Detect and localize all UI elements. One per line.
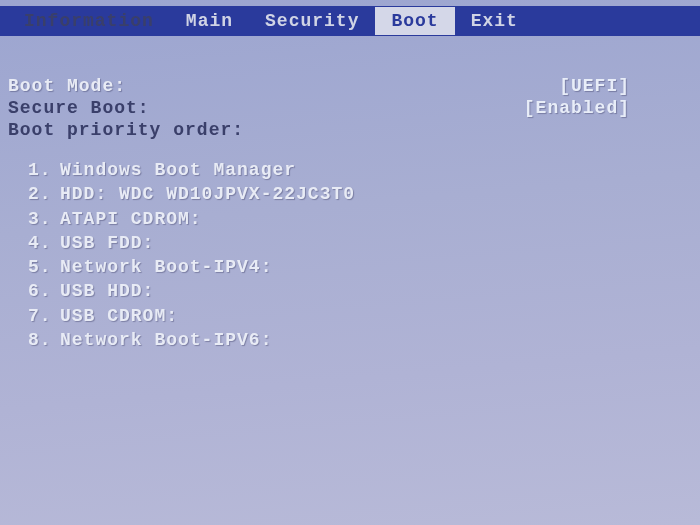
boot-text: Network Boot-IPV4:	[60, 257, 272, 277]
boot-mode-value: [UEFI]	[559, 76, 630, 96]
setting-secure-boot[interactable]: Secure Boot: [Enabled]	[8, 98, 680, 118]
boot-order-list: 1.Windows Boot Manager 2.HDD: WDC WD10JP…	[8, 158, 680, 352]
tab-main[interactable]: Main	[170, 7, 249, 35]
boot-num: 4.	[28, 231, 60, 255]
boot-item-7[interactable]: 7.USB CDROM:	[28, 304, 680, 328]
boot-item-2[interactable]: 2.HDD: WDC WD10JPVX-22JC3T0	[28, 182, 680, 206]
boot-item-5[interactable]: 5.Network Boot-IPV4:	[28, 255, 680, 279]
boot-item-4[interactable]: 4.USB FDD:	[28, 231, 680, 255]
boot-num: 2.	[28, 182, 60, 206]
tab-exit[interactable]: Exit	[455, 7, 534, 35]
boot-num: 8.	[28, 328, 60, 352]
boot-text: USB HDD:	[60, 281, 154, 301]
tab-information[interactable]: Information	[8, 7, 170, 35]
boot-item-6[interactable]: 6.USB HDD:	[28, 279, 680, 303]
boot-text: USB CDROM:	[60, 306, 178, 326]
boot-item-1[interactable]: 1.Windows Boot Manager	[28, 158, 680, 182]
secure-boot-value: [Enabled]	[524, 98, 630, 118]
boot-text: HDD: WDC WD10JPVX-22JC3T0	[60, 184, 355, 204]
boot-priority-label: Boot priority order:	[8, 120, 680, 140]
bios-menubar: Information Main Security Boot Exit	[0, 6, 700, 36]
tab-boot[interactable]: Boot	[375, 7, 454, 35]
secure-boot-label: Secure Boot:	[8, 98, 150, 118]
bios-content: Boot Mode: [UEFI] Secure Boot: [Enabled]…	[0, 36, 700, 372]
bios-screen: Information Main Security Boot Exit Boot…	[0, 0, 700, 525]
boot-num: 3.	[28, 207, 60, 231]
boot-mode-label: Boot Mode:	[8, 76, 126, 96]
boot-num: 5.	[28, 255, 60, 279]
setting-boot-mode[interactable]: Boot Mode: [UEFI]	[8, 76, 680, 96]
boot-text: USB FDD:	[60, 233, 154, 253]
boot-text: Network Boot-IPV6:	[60, 330, 272, 350]
boot-num: 7.	[28, 304, 60, 328]
boot-text: ATAPI CDROM:	[60, 209, 202, 229]
boot-item-8[interactable]: 8.Network Boot-IPV6:	[28, 328, 680, 352]
tab-security[interactable]: Security	[249, 7, 375, 35]
boot-item-3[interactable]: 3.ATAPI CDROM:	[28, 207, 680, 231]
boot-num: 6.	[28, 279, 60, 303]
boot-text: Windows Boot Manager	[60, 160, 296, 180]
boot-num: 1.	[28, 158, 60, 182]
